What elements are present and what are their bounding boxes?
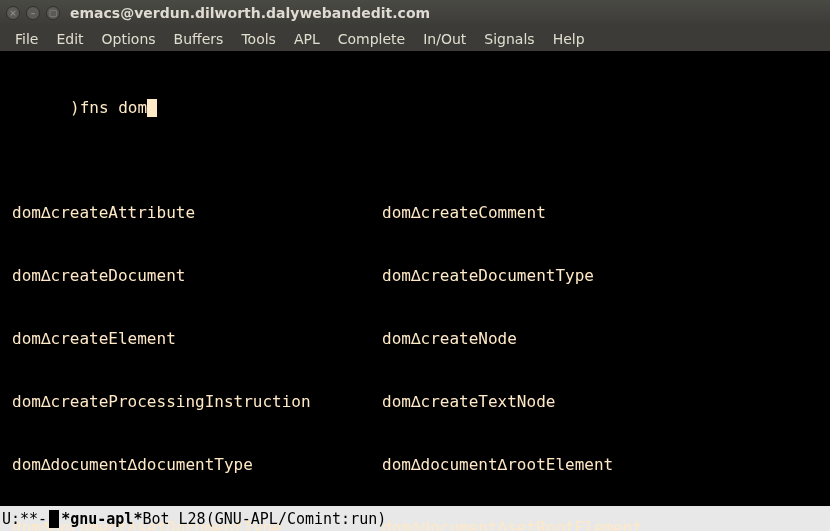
maximize-icon[interactable]: ▢ xyxy=(46,6,60,20)
fn-name: dom∆createAttribute xyxy=(12,202,382,223)
fn-name: dom∆document∆documentType xyxy=(12,454,382,475)
menu-signals[interactable]: Signals xyxy=(475,29,543,49)
menubar: File Edit Options Buffers Tools APL Comp… xyxy=(0,26,830,51)
window-titlebar: × – ▢ emacs@verdun.dilworth.dalywebanded… xyxy=(0,0,830,26)
menu-inout[interactable]: In/Out xyxy=(414,29,475,49)
fn-name: dom∆createDocumentType xyxy=(382,265,752,286)
minimize-icon[interactable]: – xyxy=(26,6,40,20)
menu-file[interactable]: File xyxy=(6,29,47,49)
menu-help[interactable]: Help xyxy=(544,29,594,49)
fn-list-right: dom∆createComment dom∆createDocumentType… xyxy=(382,160,752,531)
menu-buffers[interactable]: Buffers xyxy=(165,29,233,49)
emacs-buffer[interactable]: )fns dom dom∆createAttribute dom∆createD… xyxy=(0,51,830,506)
mode-status: U:**- xyxy=(2,510,47,528)
mode-buffer-name: *gnu-apl* xyxy=(61,510,142,528)
menu-edit[interactable]: Edit xyxy=(47,29,92,49)
fn-name: dom∆createElement xyxy=(12,328,382,349)
fn-name: dom∆document∆setRootElement xyxy=(382,517,752,531)
mode-position: Bot L28 xyxy=(142,510,205,528)
window-title: emacs@verdun.dilworth.dalywebandedit.com xyxy=(70,5,430,21)
prompt-command: )fns dom xyxy=(70,98,147,117)
mode-major-mode: (GNU-APL/Comint:run) xyxy=(206,510,387,528)
fn-name: dom∆createProcessingInstruction xyxy=(12,391,382,412)
menu-complete[interactable]: Complete xyxy=(329,29,414,49)
menu-apl[interactable]: APL xyxy=(285,29,329,49)
menu-options[interactable]: Options xyxy=(93,29,165,49)
fn-name: dom∆document∆rootElement xyxy=(382,454,752,475)
modeline-cursor xyxy=(49,510,59,528)
fn-name: dom∆createNode xyxy=(382,328,752,349)
menu-tools[interactable]: Tools xyxy=(232,29,285,49)
text-cursor xyxy=(147,99,157,117)
close-icon[interactable]: × xyxy=(6,6,20,20)
fn-name: dom∆createDocument xyxy=(12,265,382,286)
fn-name: dom∆createTextNode xyxy=(382,391,752,412)
fn-name: dom∆createComment xyxy=(382,202,752,223)
fn-list-left: dom∆createAttribute dom∆createDocument d… xyxy=(12,160,382,531)
